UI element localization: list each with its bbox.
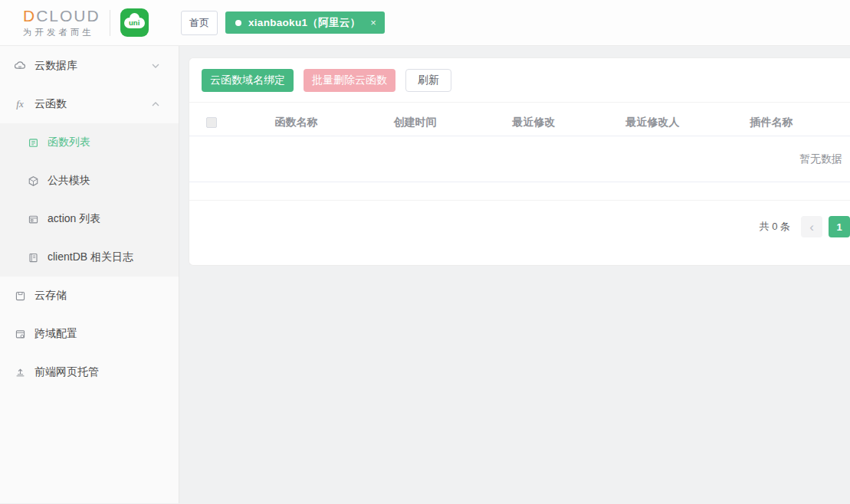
refresh-button[interactable]: 刷新 [405,69,451,92]
sidebar-item-action-list[interactable]: action 列表 [0,200,179,238]
bind-domain-button[interactable]: 云函数域名绑定 [202,69,294,92]
web-hosting-icon [13,367,27,378]
col-plugin-name: 插件名称 [712,116,831,129]
brand-slogan: 为开发者而生 [23,27,100,38]
log-book-icon [26,252,40,263]
brand-name: DCLOUD [23,8,100,24]
sidebar-item-clientdb-log[interactable]: clientDB 相关日志 [0,238,179,277]
sidebar-item-cloud-storage[interactable]: 云存储 [0,277,179,315]
pagination: 共 0 条 ‹ 1 [189,216,850,237]
tab-active-label: xianbaoku1（阿里云） [248,16,360,30]
tab-space-xianbaoku1[interactable]: xianbaoku1（阿里云） × [225,11,385,34]
table-bottom-divider [189,200,850,201]
cloud-function-submenu: 函数列表 公共模块 a [0,123,179,277]
pagination-total: 共 0 条 [760,220,790,234]
cors-config-icon [13,329,27,340]
col-create-time: 创建时间 [356,116,474,129]
main-content: 云函数域名绑定 批量删除云函数 刷新 函数名称 创建时间 最近修改 最近修改人 … [179,46,850,503]
chevron-down-icon [151,61,160,70]
sidebar-item-function-list[interactable]: 函数列表 [0,123,179,162]
tab-bar: 首页 xianbaoku1（阿里云） × [181,11,385,35]
chevron-up-icon [151,100,160,109]
cloud-database-icon [13,60,27,72]
checkbox-cell [189,117,237,128]
table-empty-state: 暂无数据 [189,136,850,182]
col-last-modified: 最近修改 [474,116,593,129]
function-list-panel: 云函数域名绑定 批量删除云函数 刷新 函数名称 创建时间 最近修改 最近修改人 … [189,57,850,266]
unicloud-logo-icon[interactable]: uni [120,8,149,37]
fx-icon: fx [13,98,27,110]
col-last-modified-by: 最近修改人 [593,116,712,129]
dcloud-logo[interactable]: DCLOUD 为开发者而生 [23,8,100,38]
logo-divider [110,10,110,36]
select-all-checkbox[interactable] [206,117,217,128]
sidebar-item-cloud-database[interactable]: 云数据库 [0,47,179,85]
pagination-prev-button[interactable]: ‹ [801,216,822,237]
batch-delete-button[interactable]: 批量删除云函数 [304,69,395,92]
topbar: DCLOUD 为开发者而生 uni 首页 xianbaoku1（阿里云） × [0,0,850,46]
action-list-icon [26,214,40,225]
logo-area: DCLOUD 为开发者而生 uni [0,0,179,45]
function-list-icon [26,137,40,149]
tab-status-dot-icon [235,20,241,26]
toolbar: 云函数域名绑定 批量删除云函数 刷新 [189,58,850,103]
pagination-page-1-button[interactable]: 1 [829,216,850,237]
storage-disk-icon [13,290,27,302]
empty-text: 暂无数据 [799,152,842,166]
tab-close-icon[interactable]: × [370,18,376,28]
col-function-name: 函数名称 [237,116,356,129]
cube-icon [26,175,40,187]
uni-cloud-shape: uni [124,18,145,28]
table-header-row: 函数名称 创建时间 最近修改 最近修改人 插件名称 [189,110,850,136]
tab-home[interactable]: 首页 [181,11,218,35]
sidebar-item-cors-config[interactable]: 跨域配置 [0,315,179,353]
sidebar-item-cloud-function[interactable]: fx 云函数 [0,85,179,123]
sidebar-item-web-hosting[interactable]: 前端网页托管 [0,353,179,391]
sidebar: 云数据库 fx 云函数 函数列表 [0,46,179,503]
sidebar-item-common-module[interactable]: 公共模块 [0,162,179,200]
